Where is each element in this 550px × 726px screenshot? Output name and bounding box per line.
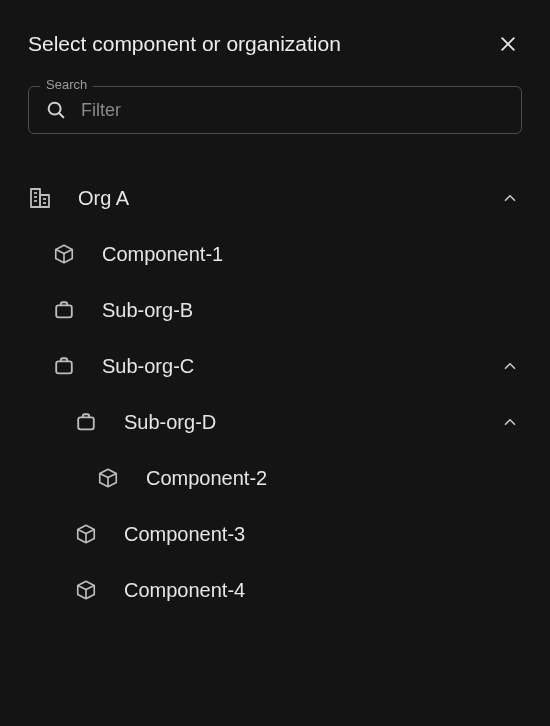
search-label: Search [40, 77, 93, 92]
tree-node-label: Component-3 [124, 523, 522, 546]
search-box[interactable] [28, 86, 522, 134]
briefcase-icon [52, 354, 76, 378]
search-input[interactable] [81, 100, 505, 121]
tree: Org AComponent-1Sub-org-BSub-org-CSub-or… [28, 170, 522, 618]
tree-node-label: Sub-org-C [102, 355, 498, 378]
tree-node-sub-org-c[interactable]: Sub-org-C [28, 338, 522, 394]
briefcase-icon [74, 410, 98, 434]
dialog-header: Select component or organization [28, 30, 522, 58]
svg-rect-13 [56, 361, 72, 373]
select-component-dialog: Select component or organization Search … [0, 0, 550, 648]
tree-node-component-2[interactable]: Component-2 [28, 450, 522, 506]
tree-node-component-1[interactable]: Component-1 [28, 226, 522, 282]
search-icon [45, 99, 67, 121]
svg-rect-12 [56, 305, 72, 317]
building-icon [28, 186, 52, 210]
chevron-up-icon[interactable] [498, 186, 522, 210]
svg-line-3 [59, 113, 63, 117]
tree-node-label: Component-2 [146, 467, 522, 490]
package-icon [74, 578, 98, 602]
close-icon [498, 34, 518, 54]
svg-rect-4 [31, 189, 40, 207]
svg-rect-14 [78, 417, 94, 429]
package-icon [52, 242, 76, 266]
chevron-up-icon[interactable] [498, 354, 522, 378]
tree-node-label: Sub-org-D [124, 411, 498, 434]
tree-node-label: Sub-org-B [102, 299, 522, 322]
package-icon [74, 522, 98, 546]
close-button[interactable] [494, 30, 522, 58]
tree-node-label: Org A [78, 187, 498, 210]
tree-node-label: Component-4 [124, 579, 522, 602]
tree-node-component-4[interactable]: Component-4 [28, 562, 522, 618]
tree-node-sub-org-b[interactable]: Sub-org-B [28, 282, 522, 338]
tree-node-org-a[interactable]: Org A [28, 170, 522, 226]
svg-rect-5 [40, 195, 49, 207]
search-field-wrap: Search [28, 86, 522, 134]
tree-node-sub-org-d[interactable]: Sub-org-D [28, 394, 522, 450]
dialog-title: Select component or organization [28, 32, 341, 56]
tree-node-label: Component-1 [102, 243, 522, 266]
package-icon [96, 466, 120, 490]
briefcase-icon [52, 298, 76, 322]
chevron-up-icon[interactable] [498, 410, 522, 434]
tree-node-component-3[interactable]: Component-3 [28, 506, 522, 562]
